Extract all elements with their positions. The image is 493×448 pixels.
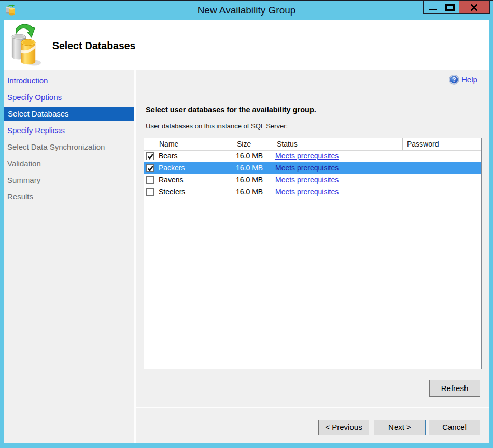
svg-text:?: ? bbox=[452, 76, 456, 83]
